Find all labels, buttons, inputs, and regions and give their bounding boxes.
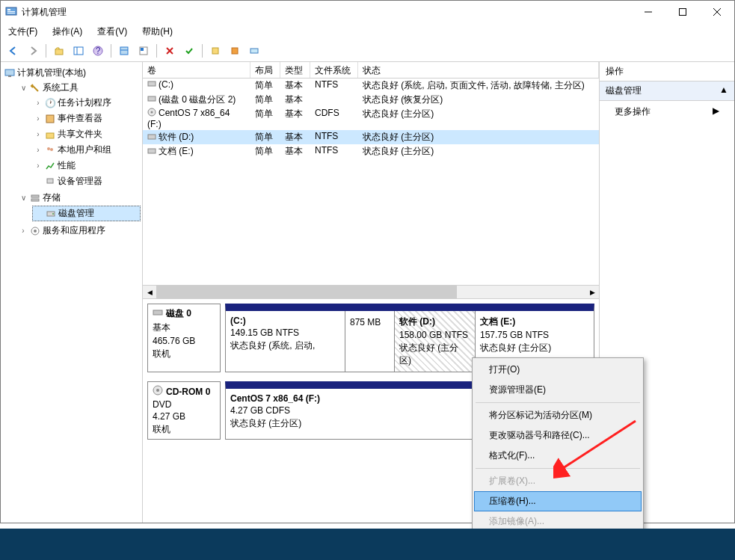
cm-markactive[interactable]: 将分区标记为活动分区(M) xyxy=(474,405,642,425)
expand-icon[interactable]: › xyxy=(34,114,43,123)
tool-icon-1[interactable] xyxy=(207,43,224,59)
tool-icon-3[interactable] xyxy=(246,43,262,59)
volume-row[interactable]: CentOS 7 x86_64 (F:)简单基本CDFS状态良好 (主分区) xyxy=(143,107,599,130)
view-mode-button[interactable] xyxy=(116,43,132,59)
check-icon[interactable] xyxy=(181,43,197,59)
tree-item-shared[interactable]: ›共享文件夹 xyxy=(32,127,141,141)
actions-more-label: 更多操作 xyxy=(615,105,651,118)
collapse-icon[interactable]: ∨ xyxy=(19,194,28,202)
drive-icon xyxy=(147,79,156,90)
properties-button[interactable] xyxy=(135,43,152,59)
tree-systools[interactable]: ∨ 系统工具 xyxy=(17,81,141,95)
cm-shrink[interactable]: 压缩卷(H)... xyxy=(474,491,642,511)
expand-icon[interactable]: › xyxy=(34,146,43,154)
partition[interactable]: 875 MB xyxy=(345,311,395,372)
expand-icon[interactable]: › xyxy=(34,130,43,138)
services-icon xyxy=(29,225,41,237)
tree-services[interactable]: › 服务和应用程序 xyxy=(17,224,141,238)
expand-icon[interactable]: › xyxy=(19,227,28,235)
collapse-icon[interactable]: ∨ xyxy=(19,84,28,92)
up-button[interactable] xyxy=(51,43,67,59)
svg-rect-41 xyxy=(153,310,162,315)
col-volume[interactable]: 卷 xyxy=(143,62,250,78)
volume-row[interactable]: 文档 (E:)简单基本NTFS状态良好 (主分区) xyxy=(143,144,599,159)
tree-item-diskmgmt[interactable]: 磁盘管理 xyxy=(32,206,141,221)
svg-point-26 xyxy=(47,147,50,150)
window-title: 计算机管理 xyxy=(22,6,631,19)
disk-header[interactable]: 磁盘 0基本465.76 GB联机 xyxy=(147,304,221,372)
svg-point-32 xyxy=(52,213,54,215)
svg-rect-23 xyxy=(8,76,11,77)
volume-row[interactable]: 软件 (D:)简单基本NTFS状态良好 (主分区) xyxy=(143,130,599,144)
help-button[interactable]: ? xyxy=(90,43,106,59)
svg-rect-21 xyxy=(250,49,258,53)
svg-rect-40 xyxy=(148,149,156,153)
tree-item-scheduler[interactable]: ›🕐任务计划程序 xyxy=(32,96,141,110)
tree-label: 性能 xyxy=(58,159,76,172)
svg-rect-25 xyxy=(46,133,54,138)
svg-rect-22 xyxy=(5,70,14,76)
tree-item-perf[interactable]: ›性能 xyxy=(32,159,141,173)
forward-button[interactable] xyxy=(25,43,41,59)
cm-changedrive[interactable]: 更改驱动器号和路径(C)... xyxy=(474,425,642,446)
tree-storage[interactable]: ∨ 存储 xyxy=(17,191,141,205)
volume-row[interactable]: (C:)简单基本NTFS状态良好 (系统, 启动, 页面文件, 活动, 故障转储… xyxy=(143,79,599,93)
col-fs[interactable]: 文件系统 xyxy=(310,62,358,78)
disk-icon xyxy=(153,307,163,320)
scroll-left-button[interactable]: ◀ xyxy=(143,286,156,298)
svg-point-38 xyxy=(151,111,153,114)
svg-rect-28 xyxy=(47,179,53,183)
event-icon xyxy=(44,113,56,125)
toolbar: ? xyxy=(1,40,734,62)
partition[interactable]: CentOS 7 x86_64 (F:)4.27 GB CDFS状态良好 (主分… xyxy=(226,389,450,439)
col-status[interactable]: 状态 xyxy=(358,62,599,78)
horizontal-scrollbar[interactable]: ◀ ▶ xyxy=(143,285,599,298)
partition[interactable]: (C:)149.15 GB NTFS状态良好 (系统, 启动, xyxy=(226,311,345,372)
expand-icon[interactable]: › xyxy=(34,99,43,107)
actions-more[interactable]: 更多操作 ▶ xyxy=(600,101,734,123)
tree-label: 服务和应用程序 xyxy=(43,224,105,237)
delete-icon[interactable] xyxy=(162,43,178,59)
tree-item-eventviewer[interactable]: ›事件查看器 xyxy=(32,111,141,126)
taskbar[interactable] xyxy=(0,529,735,560)
partition[interactable]: 软件 (D:)158.00 GB NTFS状态良好 (主分区) xyxy=(395,311,476,372)
volume-row[interactable]: (磁盘 0 磁盘分区 2)简单基本状态良好 (恢复分区) xyxy=(143,93,599,107)
scroll-thumb[interactable] xyxy=(156,286,457,298)
show-hide-tree-button[interactable] xyxy=(70,43,87,59)
svg-rect-36 xyxy=(148,96,156,101)
titlebar: 计算机管理 xyxy=(1,1,734,23)
close-button[interactable] xyxy=(700,1,734,23)
drive-icon xyxy=(147,147,156,158)
tools-icon xyxy=(29,82,41,94)
col-type[interactable]: 类型 xyxy=(280,62,310,78)
navigation-tree: 计算机管理(本地) ∨ 系统工具 ›🕐任务计划程序 xyxy=(1,62,143,523)
actions-section[interactable]: 磁盘管理 ▲ xyxy=(600,81,734,101)
scroll-right-button[interactable]: ▶ xyxy=(585,286,599,298)
svg-rect-16 xyxy=(141,48,144,51)
tree-item-users[interactable]: ›本地用户和组 xyxy=(32,143,141,157)
cm-open[interactable]: 打开(O) xyxy=(474,360,642,380)
chevron-up-icon: ▲ xyxy=(719,84,728,97)
clock-icon: 🕐 xyxy=(44,97,56,109)
minimize-button[interactable] xyxy=(631,1,665,23)
disk-header[interactable]: CD-ROM 0DVD4.27 GB联机 xyxy=(147,381,221,440)
menu-help[interactable]: 帮助(H) xyxy=(139,24,176,40)
tool-icon-2[interactable] xyxy=(227,43,243,59)
expand-icon[interactable]: › xyxy=(34,161,43,170)
cm-explorer[interactable]: 资源管理器(E) xyxy=(474,380,642,400)
volume-list-header: 卷 布局 类型 文件系统 状态 xyxy=(143,62,599,79)
col-layout[interactable]: 布局 xyxy=(250,62,280,78)
menu-view[interactable]: 查看(V) xyxy=(94,24,130,40)
svg-rect-8 xyxy=(55,49,63,55)
cm-format[interactable]: 格式化(F)... xyxy=(474,446,642,466)
back-button[interactable] xyxy=(5,43,22,59)
tree-item-devmgr[interactable]: 设备管理器 xyxy=(32,174,141,188)
svg-rect-30 xyxy=(31,199,39,201)
menu-action[interactable]: 操作(A) xyxy=(49,24,85,40)
scroll-track[interactable] xyxy=(156,286,585,298)
tree-label: 计算机管理(本地) xyxy=(17,67,86,79)
menu-file[interactable]: 文件(F) xyxy=(5,24,40,40)
maximize-button[interactable] xyxy=(665,1,700,23)
tree-root[interactable]: 计算机管理(本地) xyxy=(2,66,141,80)
svg-point-27 xyxy=(50,148,53,151)
